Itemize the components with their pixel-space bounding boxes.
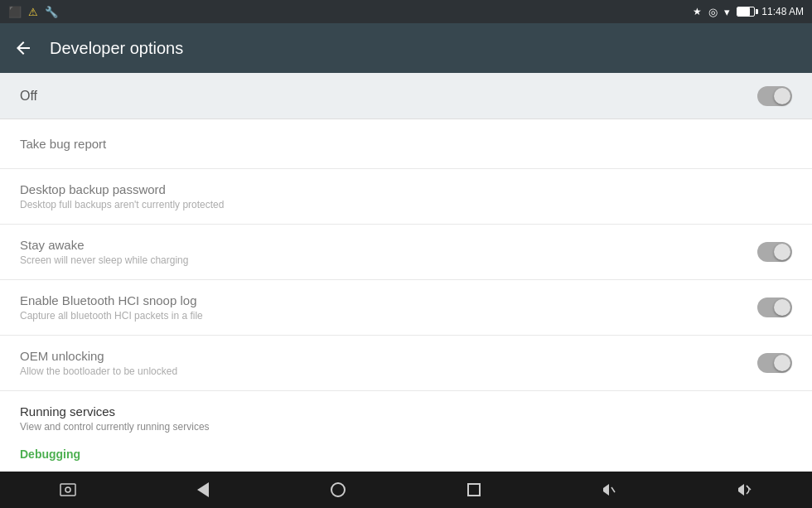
wrench-icon: 🔧 (45, 6, 58, 18)
debugging-label-text: Debugging (20, 448, 80, 461)
setting-text-stay-awake: Stay awake Screen will never sleep while… (20, 238, 757, 266)
master-toggle-switch[interactable] (757, 86, 792, 106)
svg-marker-2 (603, 484, 609, 496)
svg-line-3 (611, 487, 615, 492)
svg-rect-0 (60, 484, 75, 496)
setting-item-take-bug-report[interactable]: Take bug report (0, 119, 812, 169)
setting-desc-stay-awake: Screen will never sleep while charging (20, 254, 757, 266)
running-services-desc: View and control currently running servi… (20, 421, 792, 433)
page-title: Developer options (50, 39, 183, 58)
back-button[interactable] (13, 38, 33, 58)
screenshot-status-icon: ⬛ (8, 6, 22, 18)
setting-title-stay-awake: Stay awake (20, 238, 757, 252)
bluetooth-icon: ★ (693, 6, 702, 17)
battery-icon (737, 7, 755, 17)
volume-up-button[interactable] (723, 472, 765, 508)
setting-text-take-bug-report: Take bug report (20, 137, 792, 151)
oem-unlocking-toggle[interactable] (757, 353, 792, 373)
debugging-section-label: Debugging (0, 436, 812, 467)
setting-desc-desktop-backup: Desktop full backups aren't currently pr… (20, 199, 792, 210)
setting-item-oem-unlocking[interactable]: OEM unlocking Allow the bootloader to be… (0, 336, 812, 391)
volume-down-button[interactable] (588, 472, 630, 508)
setting-item-stay-awake[interactable]: Stay awake Screen will never sleep while… (0, 225, 812, 280)
setting-item-desktop-backup[interactable]: Desktop backup password Desktop full bac… (0, 169, 812, 225)
setting-text-oem-unlocking: OEM unlocking Allow the bootloader to be… (20, 349, 757, 377)
screenshot-nav-icon[interactable] (47, 472, 89, 508)
status-bar: ⬛ ⚠ 🔧 ★ ◎ ▾ 11:48 AM (0, 0, 812, 23)
warning-icon: ⚠ (28, 6, 38, 18)
time-display: 11:48 AM (761, 6, 804, 17)
wifi-icon: ▾ (724, 6, 730, 18)
circle-signal-icon: ◎ (708, 6, 718, 18)
svg-point-1 (65, 487, 70, 492)
setting-item-bluetooth-hci[interactable]: Enable Bluetooth HCI snoop log Capture a… (0, 280, 812, 336)
running-services-title: Running services (20, 404, 792, 418)
bluetooth-hci-toggle[interactable] (757, 298, 792, 317)
settings-content: Take bug report Desktop backup password … (0, 119, 812, 472)
home-nav-button[interactable] (317, 472, 359, 508)
svg-marker-4 (738, 484, 744, 496)
setting-desc-bluetooth-hci: Capture all bluetooth HCI packets in a f… (20, 310, 757, 322)
back-nav-button[interactable] (182, 472, 224, 508)
toolbar: Developer options (0, 23, 812, 73)
recents-nav-button[interactable] (453, 472, 495, 508)
master-toggle-label: Off (20, 89, 37, 104)
setting-text-bluetooth-hci: Enable Bluetooth HCI snoop log Capture a… (20, 293, 757, 322)
status-bar-left: ⬛ ⚠ 🔧 (8, 6, 58, 18)
setting-text-desktop-backup: Desktop backup password Desktop full bac… (20, 182, 792, 210)
setting-title-desktop-backup: Desktop backup password (20, 182, 792, 196)
master-toggle-section: Off (0, 73, 812, 119)
setting-title-take-bug-report: Take bug report (20, 137, 792, 151)
setting-title-bluetooth-hci: Enable Bluetooth HCI snoop log (20, 293, 757, 307)
setting-desc-oem-unlocking: Allow the bootloader to be unlocked (20, 365, 757, 377)
running-services-section[interactable]: Running services View and control curren… (0, 391, 812, 436)
setting-title-oem-unlocking: OEM unlocking (20, 349, 757, 363)
nav-bar (0, 472, 812, 508)
stay-awake-toggle[interactable] (757, 242, 792, 262)
status-bar-right: ★ ◎ ▾ 11:48 AM (693, 6, 804, 18)
